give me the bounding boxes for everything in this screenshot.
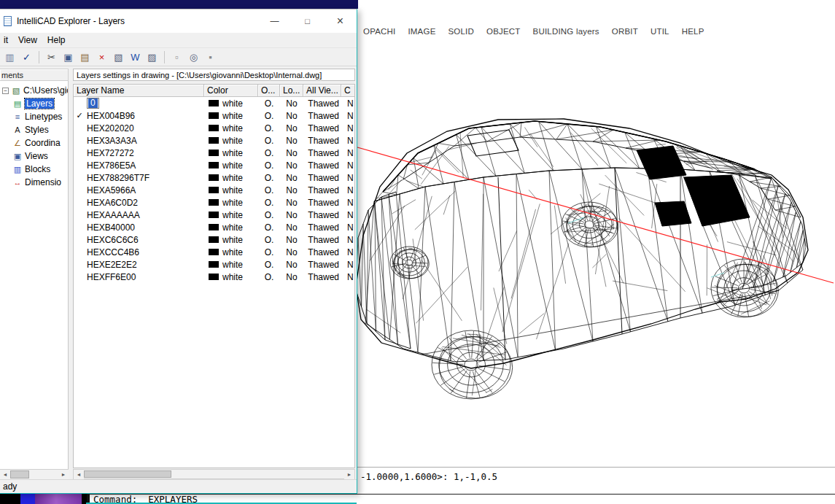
sidebar-item-dimensio[interactable]: ↔Dimensio: [0, 176, 68, 189]
layer-cvp-cell[interactable]: N: [341, 171, 354, 184]
layer-lock-cell[interactable]: No: [280, 109, 303, 122]
layer-cvp-cell[interactable]: N: [341, 147, 354, 159]
layer-on-cell[interactable]: O.: [258, 147, 280, 159]
rename-button[interactable]: ▨: [144, 49, 160, 65]
layer-allviewports-cell[interactable]: Thawed: [303, 147, 341, 159]
menu-help[interactable]: Help: [47, 35, 66, 45]
layer-cvp-cell[interactable]: N: [341, 122, 354, 134]
layer-on-cell[interactable]: O.: [258, 171, 280, 184]
layer-color-cell[interactable]: white: [204, 97, 258, 109]
layer-allviewports-cell[interactable]: Thawed: [303, 196, 341, 209]
layer-lock-cell[interactable]: No: [280, 246, 303, 258]
layer-cvp-cell[interactable]: N: [341, 246, 354, 258]
menu-building-layers[interactable]: BUILDING layers: [533, 27, 599, 39]
layer-lock-cell[interactable]: No: [280, 258, 303, 271]
new-item-button[interactable]: W: [127, 49, 144, 65]
table-row[interactable]: HEX727272whiteO.NoThawedN: [74, 147, 354, 159]
layer-lock-cell[interactable]: No: [280, 147, 303, 159]
layer-on-cell[interactable]: O.: [258, 109, 280, 122]
tree-horizontal-scrollbar[interactable]: ◄ ►: [0, 469, 69, 479]
layer-on-cell[interactable]: O.: [258, 184, 280, 196]
minimize-button[interactable]: —: [258, 9, 291, 33]
layer-color-cell[interactable]: white: [204, 159, 258, 171]
table-horizontal-scrollbar[interactable]: ◄ ►: [73, 469, 355, 479]
layer-allviewports-cell[interactable]: Thawed: [303, 221, 341, 233]
layer-allviewports-cell[interactable]: Thawed: [303, 159, 341, 171]
sidebar-item-blocks[interactable]: ▥Blocks: [0, 163, 68, 176]
table-row[interactable]: HEXFF6E00whiteO.NoThawedN: [74, 271, 354, 283]
scroll-left-icon[interactable]: ◄: [0, 470, 10, 479]
layer-allviewports-cell[interactable]: Thawed: [303, 233, 341, 246]
menu-image[interactable]: IMAGE: [408, 27, 435, 39]
purge-button[interactable]: ▫: [168, 49, 185, 65]
layer-allviewports-cell[interactable]: Thawed: [303, 184, 341, 196]
menu-util[interactable]: UTIL: [650, 27, 669, 39]
menu-solid[interactable]: SOLID: [448, 27, 475, 39]
column-header-color[interactable]: Color: [204, 85, 258, 97]
maximize-button[interactable]: □: [291, 9, 324, 33]
layer-allviewports-cell[interactable]: Thawed: [303, 171, 341, 184]
tree-root-item[interactable]: − ▧ C:\Users\gio: [0, 84, 68, 97]
layer-allviewports-cell[interactable]: Thawed: [303, 271, 341, 283]
sidebar-item-linetypes[interactable]: ≡Linetypes: [0, 110, 68, 123]
layer-lock-cell[interactable]: No: [280, 221, 303, 233]
table-row[interactable]: HEXE2E2E2whiteO.NoThawedN: [74, 258, 354, 271]
table-row[interactable]: HEXB40000whiteO.NoThawedN: [74, 221, 354, 233]
drawing-viewport[interactable]: [352, 108, 835, 420]
layer-on-cell[interactable]: O.: [258, 246, 280, 258]
layer-lock-cell[interactable]: No: [280, 97, 303, 109]
table-row[interactable]: HEXAAAAAAwhiteO.NoThawedN: [74, 209, 354, 221]
column-header-o-[interactable]: O...: [258, 85, 280, 97]
layer-lock-cell[interactable]: No: [280, 209, 303, 221]
column-header-all-vie-[interactable]: All Vie...: [303, 85, 341, 97]
find-button[interactable]: ◎: [185, 49, 202, 65]
sidebar-item-coordina[interactable]: ∠Coordina: [0, 136, 68, 150]
delete-button[interactable]: ×: [93, 49, 110, 65]
apply-check-button[interactable]: ✓: [18, 49, 35, 65]
layer-allviewports-cell[interactable]: Thawed: [303, 122, 341, 134]
layer-color-cell[interactable]: white: [204, 184, 258, 196]
copy-button[interactable]: ▣: [60, 49, 77, 65]
menu-it[interactable]: it: [4, 35, 8, 45]
layer-on-cell[interactable]: O.: [258, 196, 280, 209]
layer-on-cell[interactable]: O.: [258, 134, 280, 147]
layer-allviewports-cell[interactable]: Thawed: [303, 97, 341, 109]
layer-cvp-cell[interactable]: N: [341, 97, 354, 109]
layer-lock-cell[interactable]: No: [280, 271, 303, 283]
layer-allviewports-cell[interactable]: Thawed: [303, 109, 341, 122]
sidebar-item-styles[interactable]: AStyles: [0, 123, 68, 136]
layer-lock-cell[interactable]: No: [280, 171, 303, 184]
layer-cvp-cell[interactable]: N: [341, 196, 354, 209]
column-header-c[interactable]: C: [341, 85, 354, 97]
layer-lock-cell[interactable]: No: [280, 196, 303, 209]
layer-color-cell[interactable]: white: [204, 134, 258, 147]
layer-lock-cell[interactable]: No: [280, 184, 303, 196]
menu-help[interactable]: HELP: [682, 27, 704, 39]
layer-on-cell[interactable]: O.: [258, 258, 280, 271]
table-row[interactable]: HEX786E5AwhiteO.NoThawedN: [74, 159, 354, 171]
table-row[interactable]: HEX788296T7FwhiteO.NoThawedN: [74, 171, 354, 184]
table-row[interactable]: ✓HEX004B96whiteO.NoThawedN: [74, 109, 354, 122]
layer-color-cell[interactable]: white: [204, 147, 258, 159]
menu-view[interactable]: View: [18, 35, 37, 45]
taskbar-app-blue[interactable]: [20, 494, 35, 504]
toggle-panel-button[interactable]: ▥: [1, 49, 18, 65]
layer-allviewports-cell[interactable]: Thawed: [303, 246, 341, 258]
layer-color-cell[interactable]: white: [204, 271, 258, 283]
column-header-layer-name[interactable]: Layer Name: [74, 85, 204, 97]
column-header-lo-[interactable]: Lo...: [280, 85, 303, 97]
layer-cvp-cell[interactable]: N: [341, 134, 354, 147]
table-row[interactable]: HEX202020whiteO.NoThawedN: [74, 122, 354, 134]
layer-cvp-cell[interactable]: N: [341, 258, 354, 271]
layer-lock-cell[interactable]: No: [280, 122, 303, 134]
layer-color-cell[interactable]: white: [204, 209, 258, 221]
layer-cvp-cell[interactable]: N: [341, 233, 354, 246]
layer-on-cell[interactable]: O.: [258, 209, 280, 221]
layer-cvp-cell[interactable]: N: [341, 271, 354, 283]
layer-on-cell[interactable]: O.: [258, 159, 280, 171]
table-row[interactable]: 0whiteO.NoThawedN: [74, 97, 354, 109]
layer-allviewports-cell[interactable]: Thawed: [303, 134, 341, 147]
scroll-right-icon[interactable]: ►: [344, 470, 354, 479]
table-row[interactable]: HEXA6C0D2whiteO.NoThawedN: [74, 196, 354, 209]
layer-color-cell[interactable]: white: [204, 258, 258, 271]
